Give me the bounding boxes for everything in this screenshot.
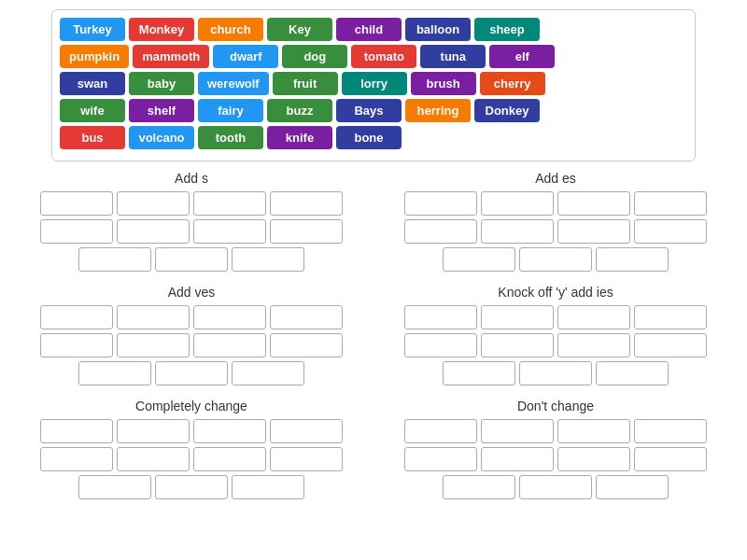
word-tile[interactable]: dog bbox=[282, 45, 347, 68]
drop-box[interactable] bbox=[270, 191, 343, 216]
drop-box[interactable] bbox=[40, 419, 113, 443]
drop-box[interactable] bbox=[634, 333, 707, 357]
word-tile[interactable]: tomato bbox=[351, 45, 416, 68]
word-tile[interactable]: child bbox=[336, 18, 402, 41]
drop-box[interactable] bbox=[232, 361, 304, 385]
drop-box[interactable] bbox=[193, 191, 266, 216]
drop-box[interactable] bbox=[117, 447, 190, 471]
drop-box[interactable] bbox=[634, 419, 707, 443]
drop-box[interactable] bbox=[404, 333, 477, 357]
drop-box[interactable] bbox=[519, 247, 592, 272]
drop-box[interactable] bbox=[40, 219, 113, 244]
drop-box[interactable] bbox=[404, 219, 477, 244]
drop-box[interactable] bbox=[270, 447, 343, 471]
drop-box[interactable] bbox=[270, 305, 343, 329]
drop-box[interactable] bbox=[40, 447, 113, 471]
drop-box[interactable] bbox=[193, 333, 266, 357]
word-tile[interactable]: church bbox=[198, 18, 263, 41]
drop-box[interactable] bbox=[634, 447, 707, 471]
drop-box[interactable] bbox=[78, 361, 151, 385]
word-tile[interactable]: bus bbox=[60, 126, 125, 149]
drop-box[interactable] bbox=[404, 419, 477, 443]
drop-box[interactable] bbox=[481, 219, 554, 244]
drop-box[interactable] bbox=[404, 447, 477, 471]
drop-box[interactable] bbox=[481, 333, 554, 357]
drop-box[interactable] bbox=[78, 247, 151, 272]
drop-box[interactable] bbox=[117, 219, 190, 244]
word-tile[interactable]: lorry bbox=[342, 72, 407, 95]
word-tile[interactable]: swan bbox=[60, 72, 125, 95]
drop-box[interactable] bbox=[193, 219, 266, 244]
drop-box[interactable] bbox=[557, 419, 630, 443]
word-tile[interactable]: brush bbox=[411, 72, 476, 95]
drop-box[interactable] bbox=[40, 191, 113, 216]
word-tile[interactable]: pumpkin bbox=[60, 45, 129, 68]
drop-box[interactable] bbox=[557, 447, 630, 471]
drop-box[interactable] bbox=[596, 247, 669, 272]
add-s-row1 bbox=[40, 191, 343, 216]
drop-box[interactable] bbox=[443, 361, 515, 385]
word-tile[interactable]: elf bbox=[489, 45, 555, 68]
drop-box[interactable] bbox=[270, 419, 343, 443]
word-tile[interactable]: Donkey bbox=[474, 99, 540, 122]
drop-box[interactable] bbox=[117, 305, 190, 329]
drop-box[interactable] bbox=[270, 333, 343, 357]
word-tile[interactable]: Bays bbox=[336, 99, 402, 122]
word-tile[interactable]: Monkey bbox=[129, 18, 194, 41]
word-tile[interactable]: fruit bbox=[273, 72, 338, 95]
drop-box[interactable] bbox=[481, 419, 554, 443]
word-tile[interactable]: buzz bbox=[267, 99, 332, 122]
drop-box[interactable] bbox=[78, 475, 151, 499]
drop-box[interactable] bbox=[519, 361, 592, 385]
word-tile[interactable]: tuna bbox=[420, 45, 486, 68]
drop-box[interactable] bbox=[155, 475, 228, 499]
word-tile[interactable]: baby bbox=[129, 72, 194, 95]
drop-box[interactable] bbox=[270, 219, 343, 244]
drop-box[interactable] bbox=[155, 361, 228, 385]
drop-box[interactable] bbox=[232, 475, 304, 499]
word-tile[interactable]: shelf bbox=[129, 99, 194, 122]
drop-box[interactable] bbox=[404, 305, 477, 329]
word-tile[interactable]: wife bbox=[60, 99, 125, 122]
word-tile[interactable]: sheep bbox=[474, 18, 540, 41]
drop-box[interactable] bbox=[596, 475, 669, 499]
word-tile[interactable]: mammoth bbox=[133, 45, 209, 68]
drop-box[interactable] bbox=[481, 305, 554, 329]
drop-box[interactable] bbox=[481, 447, 554, 471]
drop-box[interactable] bbox=[557, 219, 630, 244]
word-tile[interactable]: fairy bbox=[198, 99, 263, 122]
drop-box[interactable] bbox=[117, 191, 190, 216]
drop-box[interactable] bbox=[40, 305, 113, 329]
drop-box[interactable] bbox=[443, 247, 515, 272]
word-tile[interactable]: herring bbox=[405, 99, 471, 122]
drop-box[interactable] bbox=[232, 247, 304, 272]
drop-box[interactable] bbox=[117, 333, 190, 357]
word-tile[interactable]: werewolf bbox=[198, 72, 269, 95]
word-tile[interactable]: tooth bbox=[198, 126, 263, 149]
word-tile[interactable]: dwarf bbox=[213, 45, 278, 68]
drop-box[interactable] bbox=[557, 305, 630, 329]
drop-box[interactable] bbox=[634, 219, 707, 244]
drop-box[interactable] bbox=[193, 447, 266, 471]
drop-box[interactable] bbox=[634, 305, 707, 329]
word-tile[interactable]: balloon bbox=[405, 18, 471, 41]
drop-box[interactable] bbox=[404, 191, 477, 216]
drop-box[interactable] bbox=[557, 191, 630, 216]
word-tile[interactable]: volcano bbox=[129, 126, 194, 149]
word-tile[interactable]: bone bbox=[336, 126, 402, 149]
word-tile[interactable]: knife bbox=[267, 126, 332, 149]
drop-box[interactable] bbox=[519, 475, 592, 499]
drop-box[interactable] bbox=[193, 305, 266, 329]
word-tile[interactable]: Turkey bbox=[60, 18, 125, 41]
word-tile[interactable]: cherry bbox=[480, 72, 545, 95]
drop-box[interactable] bbox=[481, 191, 554, 216]
drop-box[interactable] bbox=[557, 333, 630, 357]
drop-box[interactable] bbox=[40, 333, 113, 357]
drop-box[interactable] bbox=[155, 247, 228, 272]
drop-box[interactable] bbox=[443, 475, 515, 499]
drop-box[interactable] bbox=[634, 191, 707, 216]
drop-box[interactable] bbox=[596, 361, 669, 385]
drop-box[interactable] bbox=[117, 419, 190, 443]
word-tile[interactable]: Key bbox=[267, 18, 332, 41]
drop-box[interactable] bbox=[193, 419, 266, 443]
